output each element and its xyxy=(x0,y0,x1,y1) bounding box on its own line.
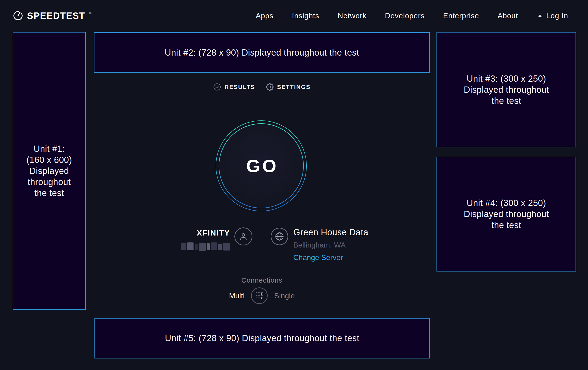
ad-unit-3-text: Unit #3: (300 x 250) Displayed throughou… xyxy=(464,73,549,106)
change-server-link[interactable]: Change Server xyxy=(293,253,368,262)
connections-toggle[interactable] xyxy=(251,287,268,304)
login-label: Log In xyxy=(546,11,568,20)
login-button[interactable]: Log In xyxy=(536,11,568,20)
speedtest-logo[interactable]: SPEEDTEST ® xyxy=(13,10,92,22)
connections-single-label[interactable]: Single xyxy=(274,291,295,300)
ad-unit-3-rectangle[interactable]: Unit #3: (300 x 250) Displayed throughou… xyxy=(437,32,576,147)
nav-item-developers[interactable]: Developers xyxy=(385,11,425,20)
connections-label: Connections xyxy=(94,276,430,284)
ad-unit-2-leaderboard[interactable]: Unit #2: (728 x 90) Displayed throughout… xyxy=(94,32,430,73)
gear-icon xyxy=(266,83,274,91)
go-button[interactable]: GO xyxy=(215,120,307,212)
main-nav: Apps Insights Network Developers Enterpr… xyxy=(256,11,568,20)
ad-unit-5-text: Unit #5: (728 x 90) Displayed throughout… xyxy=(165,333,359,344)
tab-settings[interactable]: SETTINGS xyxy=(266,83,311,91)
redacted-ip xyxy=(181,242,230,251)
ad-unit-1-text: Unit #1: (160 x 600) Displayed throughou… xyxy=(26,143,72,199)
user-icon xyxy=(536,12,543,19)
ad-unit-1-skyscraper[interactable]: Unit #1: (160 x 600) Displayed throughou… xyxy=(13,32,86,310)
nav-item-insights[interactable]: Insights xyxy=(292,11,319,20)
nav-item-apps[interactable]: Apps xyxy=(256,11,273,20)
nav-item-about[interactable]: About xyxy=(497,11,518,20)
connections-row: Multi Single xyxy=(94,287,430,304)
results-settings-tabs: RESULTS SETTINGS xyxy=(94,83,430,91)
tab-results[interactable]: RESULTS xyxy=(213,83,255,91)
isp-block: XFINITY xyxy=(162,228,230,251)
nav-item-network[interactable]: Network xyxy=(338,11,366,20)
tab-results-label: RESULTS xyxy=(224,84,255,90)
speedtest-gauge-icon xyxy=(13,10,23,22)
ad-unit-4-rectangle[interactable]: Unit #4: (300 x 250) Displayed throughou… xyxy=(437,157,576,271)
server-block: Green House Data Bellingham, WA Change S… xyxy=(293,227,368,262)
connections-multi-label[interactable]: Multi xyxy=(229,291,245,300)
multi-connection-arrows-icon xyxy=(254,290,264,301)
go-button-label: GO xyxy=(215,120,307,212)
check-circle-icon xyxy=(213,83,221,91)
server-location: Bellingham, WA xyxy=(293,240,368,249)
globe-icon xyxy=(271,228,288,245)
ad-unit-2-text: Unit #2: (728 x 90) Displayed throughout… xyxy=(165,47,359,58)
logo-wordmark: SPEEDTEST xyxy=(27,11,85,21)
server-name: Green House Data xyxy=(293,227,368,237)
nav-item-enterprise[interactable]: Enterprise xyxy=(443,11,479,20)
top-nav-bar: SPEEDTEST ® Apps Insights Network Develo… xyxy=(0,0,588,32)
isp-name: XFINITY xyxy=(197,228,230,237)
tab-settings-label: SETTINGS xyxy=(277,84,311,90)
speedtest-page: SPEEDTEST ® Apps Insights Network Develo… xyxy=(0,0,588,370)
logo-trademark: ® xyxy=(89,11,92,15)
isp-user-icon xyxy=(234,228,252,245)
ad-unit-5-leaderboard[interactable]: Unit #5: (728 x 90) Displayed throughout… xyxy=(94,318,430,359)
ad-unit-4-text: Unit #4: (300 x 250) Displayed throughou… xyxy=(464,198,549,231)
